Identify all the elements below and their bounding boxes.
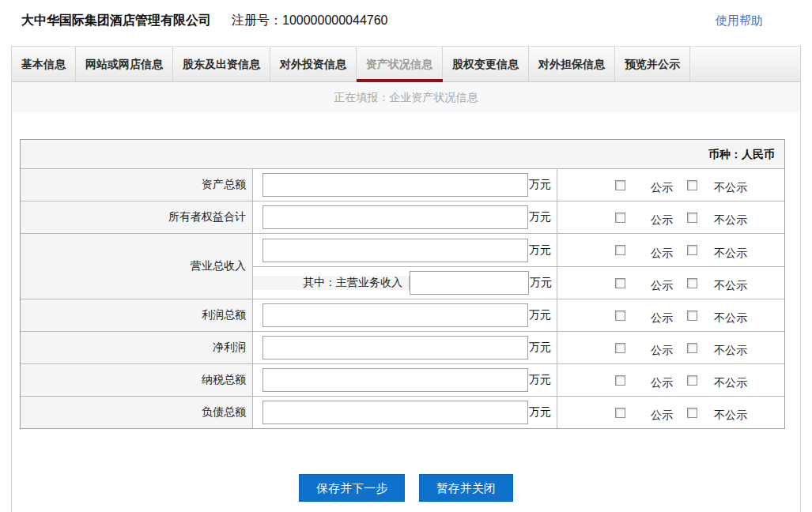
publish-choice-cell: 公示 不公示 [557,364,784,396]
no-publish-label: 不公示 [714,247,747,261]
save-and-close-button[interactable]: 暂存并关闭 [419,474,513,502]
debt-total-input[interactable] [262,401,528,424]
row-label: 负债总额 [21,397,253,428]
input-cell: 万元 [253,169,557,201]
publish-label: 公示 [651,344,673,358]
row-label: 营业总收入 [21,234,253,299]
help-link[interactable]: 使用帮助 [716,13,763,28]
table-row-revenue: 营业总收入 万元 公示 不公示 其中：主营业务收 [21,233,784,299]
sub-row-label: 其中：主营业务收入 [253,276,410,290]
registration-number: 注册号：100000000044760 [232,13,387,29]
unit-label: 万元 [529,308,551,322]
input-cell: 万元 [253,234,557,266]
net-profit-input[interactable] [262,336,528,360]
revenue-total-input[interactable] [262,239,528,262]
input-cell: 万元 [253,364,557,396]
publish-label: 公示 [651,311,673,326]
publish-label: 公示 [651,247,673,261]
no-publish-label: 不公示 [714,408,747,423]
page-body: 基本信息 网站或网店信息 股东及出资信息 对外投资信息 资产状况信息 股权变更信… [11,46,801,512]
unit-label: 万元 [529,243,551,258]
no-publish-label: 不公示 [714,344,747,358]
asset-total-input[interactable] [262,173,528,197]
no-publish-label: 不公示 [714,279,747,293]
table-row: 净利润 万元 公示 不公示 [21,331,784,363]
page-header: 大中华国际集团酒店管理有限公司 注册号：100000000044760 使用帮助 [0,0,812,46]
unit-label: 万元 [529,341,551,355]
table-row: 资产总额 万元 公示 不公示 [21,168,784,201]
publish-choice-cell: 公示 不公示 [557,397,784,428]
tab-asset-status-info[interactable]: 资产状况信息 [357,47,443,81]
tax-total-input[interactable] [262,368,528,392]
publish-checkbox[interactable] [615,408,625,418]
no-publish-checkbox[interactable] [687,278,697,288]
revenue-subrows: 万元 公示 不公示 其中：主营业务收入 万元 [253,234,784,299]
publish-checkbox[interactable] [615,375,625,386]
publish-choice-cell: 公示 不公示 [557,201,784,233]
currency-header: 币种：人民币 [21,140,784,168]
main-business-revenue-input[interactable] [410,271,529,295]
row-label: 纳税总额 [21,364,253,396]
table-row: 纳税总额 万元 公示 不公示 [21,363,784,396]
publish-checkbox[interactable] [615,245,625,255]
status-bar: 正在填报：企业资产状况信息 [12,82,800,112]
publish-checkbox[interactable] [615,213,625,223]
input-cell: 万元 [253,299,557,331]
no-publish-checkbox[interactable] [687,245,697,255]
input-cell: 万元 [253,332,557,363]
tab-outbound-investment-info[interactable]: 对外投资信息 [270,47,357,81]
unit-label: 万元 [529,210,551,224]
unit-label: 万元 [529,405,551,420]
input-cell: 万元 [253,201,557,233]
tab-shareholder-info[interactable]: 股东及出资信息 [173,47,270,81]
no-publish-checkbox[interactable] [687,213,697,223]
tab-preview-publish[interactable]: 预览并公示 [615,47,690,81]
publish-choice-cell: 公示 不公示 [557,299,784,331]
publish-checkbox[interactable] [615,343,625,353]
unit-label: 万元 [529,373,551,387]
no-publish-checkbox[interactable] [687,311,697,321]
no-publish-checkbox[interactable] [687,408,697,418]
publish-label: 公示 [651,279,673,293]
input-cell: 其中：主营业务收入 万元 [253,267,557,299]
unit-label: 万元 [530,276,552,290]
profit-total-input[interactable] [262,303,528,327]
row-label: 净利润 [21,332,253,363]
publish-checkbox[interactable] [615,180,625,190]
company-name: 大中华国际集团酒店管理有限公司 [21,13,211,29]
action-buttons: 保存并下一步 暂存并关闭 [12,474,800,502]
table-row: 负债总额 万元 公示 不公示 [21,396,784,428]
row-label: 利润总额 [21,299,253,331]
no-publish-label: 不公示 [714,376,747,390]
save-and-next-button[interactable]: 保存并下一步 [299,474,405,502]
publish-checkbox[interactable] [615,278,625,288]
revenue-total-subrow: 万元 公示 不公示 [253,234,784,266]
no-publish-checkbox[interactable] [687,343,697,353]
tab-equity-change-info[interactable]: 股权变更信息 [443,47,529,81]
publish-checkbox[interactable] [615,311,625,321]
publish-label: 公示 [651,376,673,390]
tab-guarantee-info[interactable]: 对外担保信息 [529,47,615,81]
row-label: 所有者权益合计 [21,201,253,233]
table-row: 利润总额 万元 公示 不公示 [21,299,784,331]
publish-choice-cell: 公示 不公示 [557,169,784,201]
input-cell: 万元 [253,397,557,428]
publish-label: 公示 [651,181,673,195]
no-publish-checkbox[interactable] [687,180,697,190]
publish-label: 公示 [651,213,673,228]
row-label: 资产总额 [21,169,253,201]
publish-label: 公示 [651,408,673,423]
unit-label: 万元 [529,178,551,192]
tab-basic-info[interactable]: 基本信息 [12,47,76,81]
publish-choice-cell: 公示 不公示 [557,267,784,299]
no-publish-checkbox[interactable] [687,375,697,386]
no-publish-label: 不公示 [714,181,747,195]
no-publish-label: 不公示 [714,213,747,228]
no-publish-label: 不公示 [714,311,747,326]
tab-bar: 基本信息 网站或网店信息 股东及出资信息 对外投资信息 资产状况信息 股权变更信… [12,46,800,82]
asset-form-table: 币种：人民币 资产总额 万元 公示 不公示 所有者权益合计 万元 [20,139,785,429]
table-row: 所有者权益合计 万元 公示 不公示 [21,201,784,233]
publish-choice-cell: 公示 不公示 [557,234,784,266]
tab-website-info[interactable]: 网站或网店信息 [76,47,173,81]
owner-equity-input[interactable] [262,205,528,229]
